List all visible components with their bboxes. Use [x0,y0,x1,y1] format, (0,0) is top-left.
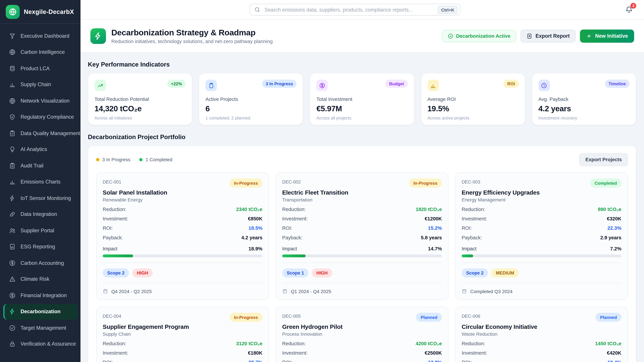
metric-row: Reduction:4200 tCO₂e [282,341,442,347]
project-title: Electric Fleet Transition [282,189,442,196]
project-status-badge: In-Progress [230,313,262,322]
sidebar-item-label: ESG Reporting [20,244,55,250]
sidebar-item-iot-sensor-monitoring[interactable]: IoT Sensor Monitoring [3,190,78,206]
sidebar-item-climate-risk[interactable]: Climate Risk [3,271,78,287]
impact-progress-bar [282,254,442,257]
sidebar-item-ai-analytics[interactable]: AI Analytics [3,141,78,158]
export-report-label: Export Report [536,33,570,39]
sidebar-item-label: Audit Trail [20,163,43,169]
kpi-badge: ROI [504,80,519,88]
zap-icon [90,28,106,44]
sidebar-item-network-visualization[interactable]: Network Visualization [3,93,78,109]
new-initiative-button[interactable]: New Initiative [580,29,634,42]
project-category: Supply Chain [103,332,262,337]
sidebar-item-audit-trail[interactable]: Audit Trail [3,158,78,174]
project-card-dec-006: DEC-006 Planned Circular Economy Initiat… [455,307,628,362]
sidebar-item-supplier-portal[interactable]: Supplier Portal [3,222,78,239]
export-projects-button[interactable]: Export Projects [579,153,628,166]
sidebar-item-executive-dashboard[interactable]: Executive Dashboard [3,28,78,44]
page-content: Key Performance Indicators +22% Total Re… [80,52,644,362]
tag-scope-2: Scope 2 [462,269,488,278]
project-id: DEC-006 [462,313,480,319]
kpi-value: 4.2 years [538,104,630,113]
global-search[interactable]: Ctrl+K [250,4,460,15]
funnel-icon [9,33,16,39]
sidebar: Nexgile-DecarbX Executive Dashboard Carb… [0,0,80,362]
export-report-button[interactable]: Export Report [520,29,576,42]
lock-icon [9,341,16,347]
sidebar-item-esg-reporting[interactable]: ESG Reporting [3,239,78,255]
sidebar-item-regulatory-compliance[interactable]: Regulatory Compliance [3,109,78,125]
sidebar-item-financial-integration[interactable]: Financial Integration [3,287,78,304]
kpi-label: Total Investment [316,96,408,102]
sidebar-item-label: Target Management [20,325,66,331]
trending-up-icon [94,80,106,91]
globe-grid-icon [9,97,16,104]
search-input[interactable] [264,6,434,13]
project-id: DEC-002 [282,178,301,184]
notifications-button[interactable]: 3 [624,4,634,15]
kpi-subtext: Across active projects [427,115,518,120]
kpi-label: Total Reduction Potential [94,96,186,102]
metric-row: ROI:28.7% [103,360,262,362]
clipboard-icon [206,80,217,91]
legend-item: 1 Completed [139,157,172,162]
kpi-subtext: Across all projects [316,115,408,120]
notification-count-badge: 3 [630,3,636,8]
topbar: Ctrl+K 3 [80,0,644,20]
project-category: Waste Reduction [462,332,622,337]
sidebar-item-verification-assurance[interactable]: Verification & Assurance [3,336,78,352]
metric-row: Investment:€850K [103,216,262,222]
kpi-card: 3 In Progress Active Projects 6 1 comple… [199,73,304,125]
shield-check-icon [9,114,16,120]
decarbonization-active-pill[interactable]: Decarbonization Active [442,30,516,42]
sidebar-item-carbon-intelligence[interactable]: Carbon Intelligence [3,44,78,60]
sidebar-item-label: Carbon Accounting [20,260,64,266]
zap-icon [9,308,16,315]
brand-header: Nexgile-DecarbX [0,0,80,24]
impact-label: Impact [282,246,297,252]
page-subtitle: Reduction initiatives, technology soluti… [111,38,273,44]
project-id: DEC-005 [282,313,301,319]
sidebar-item-data-quality-management[interactable]: Data Quality Management [3,125,78,141]
impact-label: Impact [462,246,476,252]
sidebar-item-label: Executive Dashboard [20,33,69,39]
sidebar-item-carbon-accounting[interactable]: Carbon Accounting [3,255,78,271]
brand-name: Nexgile-DecarbX [24,8,74,15]
tag-scope-2: Scope 2 [103,269,129,278]
plus-icon [586,33,592,39]
sidebar-item-data-integration[interactable]: Data Integration [3,206,78,223]
kpi-heading: Key Performance Indicators [88,61,636,68]
sidebar-item-decarbonization[interactable]: Decarbonization [3,304,78,320]
impact-label: Impact [103,246,118,252]
project-category: Transportation [282,197,442,202]
status-pill-label: Decarbonization Active [456,33,510,39]
sidebar-item-label: AI Analytics [20,147,47,152]
project-id: DEC-004 [103,313,121,319]
project-tags: Scope 1HIGH [282,269,442,278]
download-file-icon [526,33,532,39]
sidebar-item-product-lca[interactable]: Product LCA [3,60,78,77]
calendar-icon [462,289,467,294]
search-shortcut-kbd: Ctrl+K [438,5,458,14]
impact-progress-bar [462,254,622,257]
sidebar-item-supply-chain[interactable]: Supply Chain [3,77,78,93]
sidebar-item-target-management[interactable]: Target Management [3,320,78,336]
metric-row: Reduction:890 tCO₂e [462,206,622,212]
project-id: DEC-001 [103,178,121,184]
calendar-icon [103,289,108,294]
project-tags: Scope 2MEDIUM [462,269,622,278]
sidebar-item-label: Regulatory Compliance [20,114,74,120]
metric-row: ROI:19.4% [462,360,622,362]
kpi-card: +22% Total Reduction Potential 14,320 tC… [88,73,192,125]
header-actions: Decarbonization Active Export Report New… [442,29,634,42]
sidebar-item-label: Network Visualization [20,98,70,104]
project-status-badge: Planned [596,313,621,322]
metric-row: Reduction:1450 tCO₂e [462,341,622,347]
kpi-value: 6 [206,104,297,113]
projects-grid: DEC-001 In-Progress Solar Panel Installa… [96,172,628,362]
kpi-card: Timeline Avg. Payback 4.2 years Investme… [532,73,636,125]
bar-chart-icon [9,81,16,88]
sidebar-item-emissions-charts[interactable]: Emissions Charts [3,174,78,190]
impact-value: 14.7% [428,246,442,252]
